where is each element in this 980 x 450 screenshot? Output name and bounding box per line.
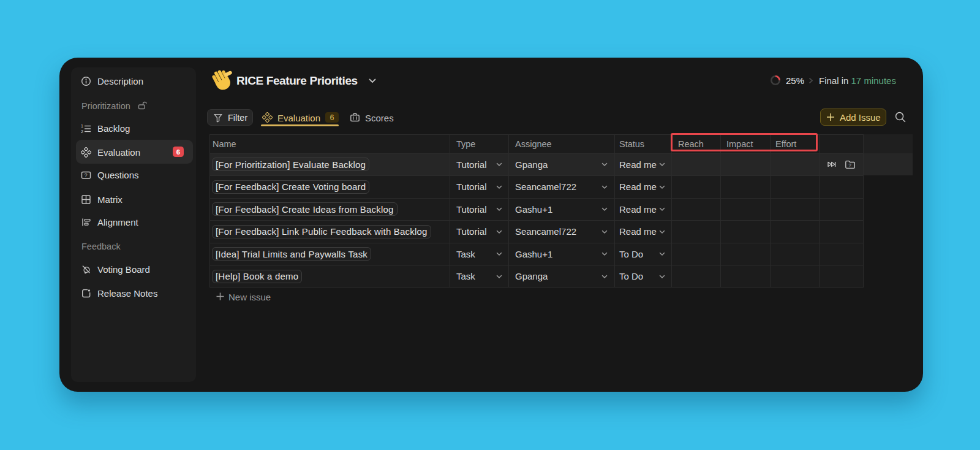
svg-text:1: 1	[81, 124, 83, 128]
svg-text:?: ?	[849, 162, 851, 168]
svg-text:?: ?	[85, 172, 88, 178]
svg-text:2: 2	[81, 129, 83, 134]
